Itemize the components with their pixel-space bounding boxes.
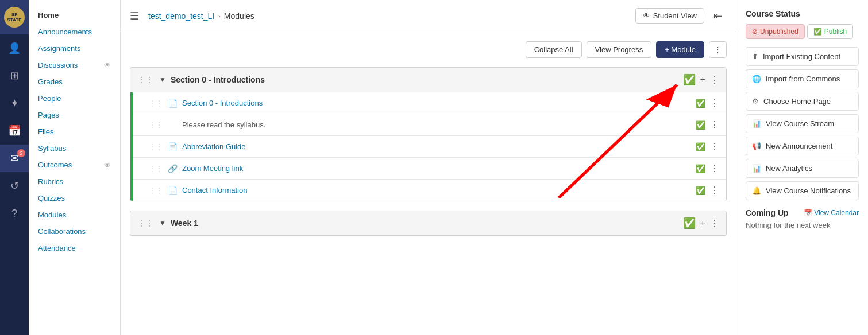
import-commons-icon: 🌐: [752, 75, 761, 83]
module-add-item-0[interactable]: +: [700, 75, 705, 85]
module-items-0: ⋮⋮ 📄 Section 0 - Introductions ✅ ⋮ ⋮⋮ Pl…: [130, 92, 726, 201]
topbar-right: 👁 Student View ⇤: [635, 7, 727, 25]
coming-up-title: Coming Up: [746, 208, 789, 217]
sidebar-item-people[interactable]: People: [29, 90, 120, 107]
history-nav-item[interactable]: ↺: [0, 172, 29, 200]
discussions-visibility-icon: 👁: [104, 61, 111, 69]
courses-icon: ✦: [10, 97, 19, 110]
student-view-icon: 👁: [643, 11, 650, 20]
item-kebab-0-2[interactable]: ⋮: [710, 141, 719, 152]
inbox-nav-item[interactable]: ✉ 2: [0, 145, 29, 172]
item-kebab-0-0[interactable]: ⋮: [710, 98, 719, 108]
module-published-check-0: ✅: [683, 73, 696, 86]
module-title-0: Section 0 - Introductions: [171, 75, 678, 84]
sidebar-item-files[interactable]: Files: [29, 123, 120, 140]
import-commons-action[interactable]: 🌐 Import from Commons: [746, 69, 859, 88]
dashboard-nav-item[interactable]: ⊞: [0, 62, 29, 89]
new-analytics-action[interactable]: 📊 New Analytics: [746, 159, 859, 178]
view-notifications-action[interactable]: 🔔 View Course Notifications: [746, 181, 859, 200]
sidebar-quizzes-label: Quizzes: [38, 194, 65, 202]
choose-home-action[interactable]: ⚙ Choose Home Page: [746, 92, 859, 111]
right-panel: Course Status ⊘ Unpublished ✅ Publish ⬆ …: [736, 0, 868, 335]
student-view-button[interactable]: 👁 Student View: [635, 8, 704, 24]
status-buttons: ⊘ Unpublished ✅ Publish: [746, 24, 859, 39]
publish-button[interactable]: ✅ Publish: [807, 24, 853, 39]
view-calendar-label: View Calendar: [814, 209, 859, 217]
sidebar-syllabus-label: Syllabus: [38, 144, 66, 153]
item-title-0-2[interactable]: Abbreviation Guide: [182, 142, 691, 151]
item-drag-handle-0-4[interactable]: ⋮⋮: [149, 186, 163, 194]
item-drag-handle-0-0[interactable]: ⋮⋮: [149, 99, 163, 107]
breadcrumb-course[interactable]: test_demo_test_LI: [148, 11, 214, 21]
item-drag-handle-0-1[interactable]: ⋮⋮: [149, 121, 163, 129]
view-calendar-link[interactable]: 📅 View Calendar: [804, 209, 859, 217]
sidebar-item-announcements[interactable]: Announcements: [29, 24, 120, 40]
item-drag-handle-0-2[interactable]: ⋮⋮: [149, 143, 163, 151]
unpublished-button[interactable]: ⊘ Unpublished: [746, 24, 805, 39]
sidebar-item-modules[interactable]: Modules: [29, 207, 120, 223]
module-kebab-0[interactable]: ⋮: [710, 75, 719, 85]
view-notifications-label: View Course Notifications: [766, 186, 851, 195]
item-kebab-0-1[interactable]: ⋮: [710, 119, 719, 130]
sidebar-item-quizzes[interactable]: Quizzes: [29, 190, 120, 207]
calendar-icon-small: 📅: [804, 209, 812, 217]
collapse-all-button[interactable]: Collapse All: [526, 41, 582, 58]
item-page-icon-0-4: 📄: [167, 186, 178, 195]
sidebar-item-collaborations[interactable]: Collaborations: [29, 223, 120, 240]
item-title-0-0[interactable]: Section 0 - Introductions: [182, 99, 691, 107]
calendar-nav-item[interactable]: 📅: [0, 117, 29, 145]
item-title-0-4[interactable]: Contact Information: [182, 186, 691, 194]
import-existing-action[interactable]: ⬆ Import Existing Content: [746, 47, 859, 66]
import-existing-label: Import Existing Content: [763, 52, 840, 61]
module-kebab-1[interactable]: ⋮: [710, 218, 719, 229]
hamburger-menu-icon[interactable]: ☰: [130, 10, 139, 22]
item-kebab-0-4[interactable]: ⋮: [710, 185, 719, 196]
view-progress-button[interactable]: View Progress: [587, 41, 652, 58]
sidebar-item-syllabus[interactable]: Syllabus: [29, 140, 120, 157]
module-item-0-2: ⋮⋮ 📄 Abbreviation Guide ✅ ⋮: [133, 136, 726, 158]
help-nav-item[interactable]: ?: [0, 200, 29, 227]
student-view-label: Student View: [653, 11, 697, 20]
view-stream-action[interactable]: 📊 View Course Stream: [746, 114, 859, 133]
module-collapse-arrow-0[interactable]: ▼: [159, 76, 166, 84]
module-collapse-arrow-1[interactable]: ▼: [159, 219, 166, 227]
sidebar-item-grades[interactable]: Grades: [29, 73, 120, 90]
sidebar-home-label: Home: [38, 11, 59, 20]
account-icon: 👤: [8, 42, 21, 54]
dashboard-icon: ⊞: [10, 69, 19, 82]
sidebar-item-outcomes[interactable]: Outcomes 👁: [29, 157, 120, 173]
sidebar-item-rubrics[interactable]: Rubrics: [29, 173, 120, 190]
add-module-button[interactable]: + Module: [656, 41, 704, 58]
item-drag-handle-0-3[interactable]: ⋮⋮: [149, 165, 163, 173]
logo-circle: SF STATE: [4, 7, 25, 28]
module-drag-handle-1[interactable]: ⋮⋮: [137, 219, 153, 228]
module-drag-handle-0[interactable]: ⋮⋮: [137, 75, 153, 84]
collapse-nav-icon[interactable]: ⇤: [709, 7, 727, 25]
sidebar-item-attendance[interactable]: Attendance: [29, 240, 120, 256]
sidebar-item-assignments[interactable]: Assignments: [29, 40, 120, 57]
account-nav-item[interactable]: 👤: [0, 34, 29, 62]
new-announcement-action[interactable]: 📢 New Announcement: [746, 137, 859, 155]
sidebar-announcements-label: Announcements: [38, 28, 92, 36]
sidebar-attendance-label: Attendance: [38, 244, 76, 252]
module-header-0: ⋮⋮ ▼ Section 0 - Introductions ✅ + ⋮: [130, 68, 726, 92]
item-check-0-0: ✅: [696, 99, 705, 108]
module-toolbar-kebab[interactable]: ⋮: [709, 41, 727, 58]
module-block-0: ⋮⋮ ▼ Section 0 - Introductions ✅ + ⋮ ⋮⋮ …: [130, 67, 727, 201]
history-icon: ↺: [10, 180, 19, 192]
course-status-title: Course Status: [746, 9, 859, 18]
item-actions-0-2: ✅ ⋮: [696, 141, 719, 152]
calendar-icon: 📅: [8, 124, 21, 137]
sidebar-item-home[interactable]: Home: [29, 7, 120, 24]
sidebar-people-label: People: [38, 94, 61, 103]
module-actions-1: ✅ + ⋮: [683, 217, 719, 229]
item-title-0-3[interactable]: Zoom Meeting link: [182, 164, 691, 173]
item-kebab-0-3[interactable]: ⋮: [710, 163, 719, 174]
app-logo: SF STATE: [0, 0, 29, 34]
sidebar-item-discussions[interactable]: Discussions 👁: [29, 57, 120, 73]
module-add-item-1[interactable]: +: [700, 218, 705, 228]
main-content: ☰ test_demo_test_LI › Modules 👁 Student …: [121, 0, 736, 335]
coming-up-header: Coming Up 📅 View Calendar: [746, 208, 859, 217]
courses-nav-item[interactable]: ✦: [0, 89, 29, 117]
sidebar-item-pages[interactable]: Pages: [29, 107, 120, 123]
